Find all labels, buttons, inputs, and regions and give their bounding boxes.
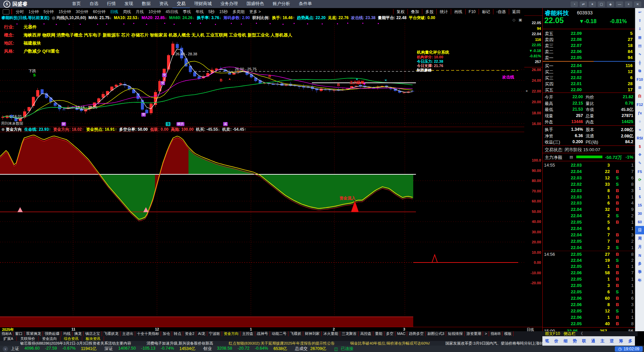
quick-tab-势[interactable]: 势 (573, 338, 577, 344)
order-book-row[interactable]: 买四22.0128 (543, 80, 635, 86)
action-复权[interactable]: 复权 (393, 9, 408, 14)
f12-button[interactable]: F12 (635, 100, 644, 109)
move-icon[interactable]: ✥ (635, 151, 644, 159)
period-5秒[interactable]: 5秒 (206, 9, 217, 15)
menu-item-条件单[interactable]: 条件单 (294, 0, 316, 8)
menu-item-数据[interactable]: 数据 (138, 0, 155, 8)
back-icon[interactable]: ↩ (635, 8, 644, 16)
news-item-0[interactable]: 敏芯股份(688286)2026年3月2日-3月3日投资者关系活动主要内容 (20, 341, 131, 346)
skin-icon[interactable]: ◈ (607, 1, 614, 7)
index-quote-上证[interactable]: 上证4096.60-27.59-0.67%11941亿 (11, 346, 99, 352)
wave-icon[interactable]: ≈ (635, 125, 644, 134)
period-年线[interactable]: 年线 (193, 9, 206, 15)
tab-强势起爆[interactable]: 强势起爆 (43, 331, 61, 336)
period-n[interactable]: N (635, 251, 644, 259)
ma-settings[interactable]: ◎ 均线(5,10,20,60) (52, 15, 86, 20)
tab-量能[interactable]: 量能 (373, 331, 384, 336)
period-多周期[interactable]: 多周期 (230, 9, 247, 15)
settings-icon[interactable]: ⇌ (580, 1, 587, 7)
tab-多空[interactable]: 多空 (384, 331, 395, 336)
period-更多 >[interactable]: 更多 > (247, 9, 263, 15)
trend-line-icon[interactable]: ∿ (635, 50, 644, 58)
action-叠加[interactable]: 叠加 (408, 9, 422, 14)
period-5分钟[interactable]: 5分钟 (41, 9, 56, 15)
menu-item-理财商城[interactable]: 理财商城 (190, 0, 216, 8)
tab-加仓[interactable]: 加仓 (161, 331, 172, 336)
period-month[interactable]: 月 (635, 243, 644, 251)
tab->[interactable]: > (483, 331, 489, 336)
tab-板块资讯[interactable]: 板块资讯 (82, 336, 104, 341)
order-book-row[interactable]: 卖一22.0594 (543, 54, 635, 60)
quick-tab-多[interactable]: 多 (628, 338, 632, 344)
tab-高控盘[interactable]: 高控盘 (359, 331, 373, 336)
period-15分钟[interactable]: 15分钟 (56, 9, 73, 15)
menu-item-资讯[interactable]: 资讯 (155, 0, 172, 8)
tab-资金方向[interactable]: 资金方向 (222, 331, 240, 336)
order-book-row[interactable]: 买五22.0017 (543, 86, 635, 93)
message-icon[interactable]: ◔ (571, 1, 578, 7)
action-画线[interactable]: 画线 (451, 9, 465, 14)
tab-三龙聚首[interactable]: 三龙聚首 (340, 331, 359, 336)
board-icon[interactable]: ▦ (635, 33, 644, 42)
period-月线[interactable]: 月线 (133, 9, 146, 15)
tab-资金流向[interactable]: 资金流向 (39, 336, 60, 341)
order-book-row[interactable]: 买三22.026 (543, 74, 635, 80)
quick-tab-联[interactable]: 联 (582, 338, 586, 344)
period-1[interactable]: 1 (635, 184, 644, 192)
maximize-icon[interactable]: + (625, 1, 632, 7)
tab-扩展A[interactable]: 扩展A (0, 336, 17, 341)
quick-tab-主[interactable]: 主 (600, 338, 604, 344)
news-item-2[interactable]: 红点智能(839302):关于延期披露2025年年度报告的提示性公告 (229, 341, 335, 346)
tab-指标A[interactable]: 指标A (0, 331, 13, 336)
tab-关联报价[interactable]: 关联报价 (17, 336, 39, 341)
menu-item-首页[interactable]: 首页 (68, 0, 85, 8)
period-30[interactable]: 30 (635, 209, 644, 218)
menu-item-交易[interactable]: 交易 (172, 0, 190, 8)
tab-主进出[interactable]: 主进出 (120, 331, 135, 336)
menu-item-行情[interactable]: 行情 (103, 0, 120, 8)
tab-冰火量能[interactable]: 冰火量能 (322, 331, 340, 336)
menu-item-业务办理[interactable]: 业务办理 (216, 0, 242, 8)
tab-镇店之宝[interactable]: 镇店之宝 (84, 331, 102, 336)
tab-转点[interactable]: 转点 (172, 331, 183, 336)
monitor-icon[interactable]: ▢ (598, 1, 605, 7)
formula-icon[interactable]: ƒx (635, 109, 644, 117)
period-year[interactable]: 年 (635, 276, 644, 285)
tab-MAC[interactable]: MAC (395, 331, 407, 336)
quick-tab-筹[interactable]: 筹 (619, 338, 623, 344)
custom-button[interactable]: 自 (635, 92, 644, 100)
period-60分钟[interactable]: 60分钟 (91, 9, 108, 15)
period-季线[interactable]: 季线 (180, 9, 193, 15)
order-book-row[interactable]: 卖三22.0718 (543, 42, 635, 48)
tab-副图公式3[interactable]: 副图公式3 (426, 331, 446, 336)
period-周线[interactable]: 周线 (120, 9, 133, 15)
tab-指标B[interactable]: 指标B (489, 331, 502, 336)
order-book-row[interactable]: 买一22.04116 (543, 62, 635, 68)
quick-tab-笔[interactable]: 笔 (545, 338, 549, 344)
close-icon[interactable]: ✕ (634, 1, 641, 7)
period-15[interactable]: 15 (635, 201, 644, 209)
expand-icon[interactable]: ∨ (3, 346, 8, 352)
order-book-row[interactable]: 卖五22.095 (543, 30, 635, 36)
tab-均线[interactable]: 均线 (61, 331, 72, 336)
tree-icon[interactable]: ⊞ (635, 83, 644, 92)
collapse-icon[interactable]: ⊗ (1, 127, 5, 132)
tab-飞碟妖[interactable]: 飞碟妖 (288, 331, 303, 336)
order-book-row[interactable]: 买二22.0312 (543, 68, 635, 74)
page-down-icon[interactable]: ⇩ (635, 25, 644, 33)
tab-飞碟妖龙[interactable]: 飞碟妖龙 (102, 331, 120, 336)
tab-游资量潮[interactable]: 游资量潮 (465, 331, 483, 336)
period-week[interactable]: 周 (635, 234, 644, 243)
layout-icon[interactable] (3, 9, 9, 14)
assistant-icon[interactable]: ✶ (589, 1, 596, 7)
page-up-icon[interactable]: ⇧ (635, 16, 644, 25)
tab-双紫擒龙[interactable]: 双紫擒龙 (24, 331, 43, 336)
news-item-3[interactable]: 铜金比率破40年低位,铜价潜在升幅或可达60%! (350, 341, 430, 346)
action-标记[interactable]: 标记 (479, 9, 493, 14)
action-统计[interactable]: 统计 (436, 9, 451, 14)
menu-item-账户分析[interactable]: 账户分析 (268, 0, 294, 8)
circle-icon[interactable]: ○ (635, 117, 644, 125)
tab-十全十美指标[interactable]: 十全十美指标 (135, 331, 161, 336)
tab-短线情报[interactable]: 短线情报 (446, 331, 465, 336)
period-分时[interactable]: 分时 (13, 9, 26, 15)
